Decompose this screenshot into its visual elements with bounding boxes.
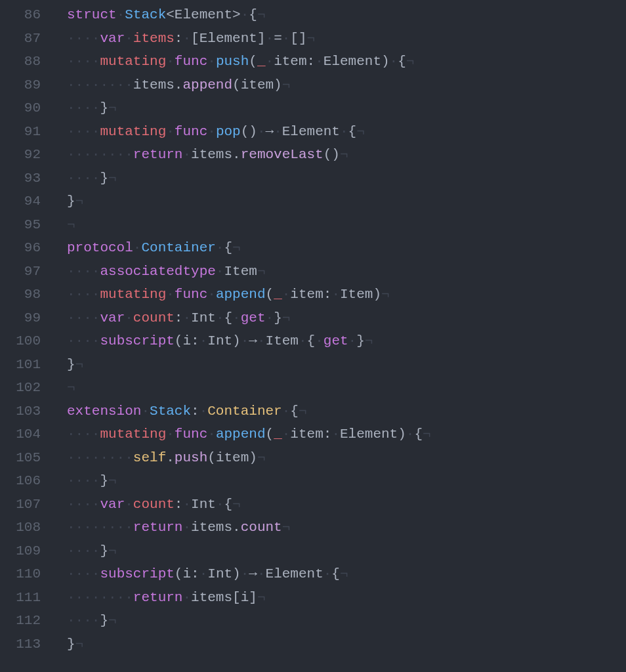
token-ws: ·	[182, 147, 191, 162]
token-punc: }	[100, 613, 108, 628]
code-content[interactable]: ····var·count:·Int·{¬	[60, 493, 626, 516]
code-line[interactable]: 88····mutating·func·push(_·item:·Element…	[0, 50, 626, 74]
token-param: items	[191, 590, 232, 605]
code-line[interactable]: 96protocol·Container·{¬	[0, 236, 626, 260]
token-nl: ¬	[307, 31, 316, 46]
code-content[interactable]: ········items.append(item)¬	[60, 74, 626, 97]
code-content[interactable]: ········return·items.count¬	[60, 516, 626, 539]
code-content[interactable]: ····}¬	[60, 96, 626, 120]
line-number: 97	[0, 260, 46, 284]
code-content[interactable]: }¬	[60, 633, 626, 656]
code-content[interactable]: ········self.push(item)¬	[60, 446, 626, 470]
token-punc: }	[356, 333, 365, 348]
code-content[interactable]: ····var·count:·Int·{·get·}¬	[60, 306, 626, 330]
token-ws: ····	[67, 171, 100, 186]
code-content[interactable]: ····subscript(i:·Int)·→·Element·{¬	[60, 562, 626, 586]
code-line[interactable]: 108········return·items.count¬	[0, 516, 626, 539]
code-content[interactable]: ····associatedtype·Item¬	[60, 260, 626, 284]
code-content[interactable]: protocol·Container·{¬	[60, 236, 626, 260]
code-content[interactable]: ····subscript(i:·Int)·→·Item·{·get·}¬	[60, 329, 626, 353]
token-punc: :	[191, 333, 199, 348]
code-line[interactable]: 87····var·items:·[Element]·=·[]¬	[0, 27, 626, 51]
token-ws: ·	[125, 31, 133, 46]
token-nl: ¬	[365, 333, 373, 348]
code-content[interactable]: ····}¬	[60, 609, 626, 633]
code-line[interactable]: 98····mutating·func·append(_·item:·Item)…	[0, 283, 626, 306]
token-ws: ·	[216, 264, 224, 279]
token-punc: )	[274, 77, 282, 93]
code-line[interactable]: 86struct·Stack<Element>·{¬	[0, 3, 626, 27]
token-punc: [	[191, 31, 199, 46]
code-content[interactable]: }¬	[60, 353, 626, 377]
code-content[interactable]: ········return·items.removeLast()¬	[60, 143, 626, 167]
code-content[interactable]: ····mutating·func·push(_·item:·Element)·…	[60, 50, 626, 74]
token-punc: }	[274, 310, 282, 326]
token-punc: {	[224, 240, 232, 255]
code-line[interactable]: 93····}¬	[0, 167, 626, 190]
token-punc: :	[307, 54, 316, 69]
token-punc: {	[414, 427, 423, 442]
token-punc: )	[232, 333, 241, 348]
token-punc: ()	[241, 124, 257, 139]
code-content[interactable]: ····mutating·func·append(_·item:·Element…	[60, 423, 626, 446]
token-type2: Element	[340, 427, 398, 442]
code-line[interactable]: 104····mutating·func·append(_·item:·Elem…	[0, 423, 626, 446]
code-content[interactable]: ····var·items:·[Element]·=·[]¬	[60, 27, 626, 51]
token-kw: get	[241, 310, 266, 326]
code-line[interactable]: 101}¬	[0, 353, 626, 377]
code-line[interactable]: 109····}¬	[0, 539, 626, 563]
code-content[interactable]: ····mutating·func·pop()·→·Element·{¬	[60, 120, 626, 144]
token-ws: ····	[67, 100, 100, 116]
code-line[interactable]: 105········self.push(item)¬	[0, 446, 626, 470]
line-number: 88	[0, 50, 46, 74]
token-prop: count	[133, 310, 175, 326]
code-line[interactable]: 92········return·items.removeLast()¬	[0, 143, 626, 167]
token-ws: ·	[315, 333, 323, 348]
code-line[interactable]: 100····subscript(i:·Int)·→·Item·{·get·}¬	[0, 329, 626, 353]
code-editor[interactable]: 86struct·Stack<Element>·{¬87····var·item…	[0, 3, 626, 656]
token-nl: ¬	[299, 404, 307, 419]
token-ws: ····	[67, 264, 100, 279]
token-type2: Element	[199, 31, 257, 46]
code-content[interactable]: }¬	[60, 190, 626, 213]
code-line[interactable]: 113}¬	[0, 633, 626, 656]
code-line[interactable]: 111········return·items[i]¬	[0, 586, 626, 610]
token-kw: associatedtype	[100, 264, 215, 279]
code-line[interactable]: 99····var·count:·Int·{·get·}¬	[0, 306, 626, 330]
code-content[interactable]: ········return·items[i]¬	[60, 586, 626, 610]
code-content[interactable]: ¬	[60, 376, 626, 400]
code-line[interactable]: 110····subscript(i:·Int)·→·Element·{¬	[0, 562, 626, 586]
token-ws: ····	[67, 543, 100, 558]
code-line[interactable]: 102¬	[0, 376, 626, 400]
code-line[interactable]: 103extension·Stack:·Container·{¬	[0, 400, 626, 423]
token-ws: ·	[207, 287, 216, 302]
token-ws: ····	[67, 473, 100, 488]
code-content[interactable]: struct·Stack<Element>·{¬	[60, 3, 626, 27]
token-nl: ¬	[108, 473, 117, 488]
token-punc: =	[274, 31, 282, 46]
token-ws: ·	[182, 497, 191, 512]
token-fnP: removeLast	[241, 147, 323, 162]
code-line[interactable]: 97····associatedtype·Item¬	[0, 260, 626, 284]
code-content[interactable]: extension·Stack:·Container·{¬	[60, 400, 626, 423]
code-line[interactable]: 89········items.append(item)¬	[0, 74, 626, 97]
code-content[interactable]: ····}¬	[60, 469, 626, 493]
code-line[interactable]: 94}¬	[0, 190, 626, 213]
token-kw: var	[100, 31, 125, 46]
token-punc: {	[224, 497, 233, 512]
code-line[interactable]: 95¬	[0, 213, 626, 237]
code-content[interactable]: ¬	[60, 213, 626, 237]
token-ws: ·	[207, 124, 216, 139]
code-line[interactable]: 106····}¬	[0, 469, 626, 493]
line-number: 90	[0, 96, 46, 120]
line-number: 98	[0, 283, 46, 306]
line-number: 94	[0, 190, 46, 213]
code-content[interactable]: ····mutating·func·append(_·item:·Item)¬	[60, 283, 626, 306]
code-line[interactable]: 90····}¬	[0, 96, 626, 120]
token-ws: ·	[331, 287, 340, 302]
code-content[interactable]: ····}¬	[60, 167, 626, 190]
code-line[interactable]: 107····var·count:·Int·{¬	[0, 493, 626, 516]
code-line[interactable]: 112····}¬	[0, 609, 626, 633]
code-line[interactable]: 91····mutating·func·pop()·→·Element·{¬	[0, 120, 626, 144]
code-content[interactable]: ····}¬	[60, 539, 626, 563]
